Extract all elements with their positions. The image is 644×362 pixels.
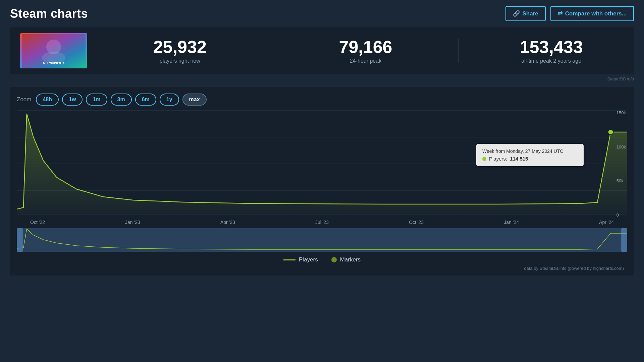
alltime-peak-value: 153,433 (479, 38, 624, 57)
players-now-label: players right now (107, 58, 253, 64)
alltime-peak-label: all-time peak 2 years ago (479, 58, 624, 64)
peak-24h-value: 79,166 (293, 38, 438, 57)
players-now-value: 25,932 (107, 38, 253, 57)
main-chart: 150k 100k 50k 0 Week from Monday, 27 May… (17, 110, 627, 218)
zoom-1w[interactable]: 1w (62, 94, 83, 106)
share-icon: 🔗 (513, 10, 520, 17)
legend-markers-dot (331, 257, 337, 262)
legend-markers: Markers (331, 256, 361, 263)
mini-chart-container[interactable]: Jan '23 Jul '23 Jan '24 (17, 228, 627, 252)
compare-label: Compare with others... (565, 10, 627, 17)
chart-section: Zoom 48h 1w 1m 3m 6m 1y max (10, 87, 634, 276)
top-bar: Steam charts 🔗 Share ⇄ Compare with othe… (0, 0, 644, 27)
svg-rect-13 (17, 228, 23, 252)
svg-rect-12 (17, 228, 627, 252)
legend-row: Players Markers (17, 256, 627, 263)
main-chart-wrapper: 150k 100k 50k 0 Week from Monday, 27 May… (17, 110, 627, 225)
legend-players: Players (283, 256, 318, 263)
x-axis-labels: Oct '22 Jan '23 Apr '23 Jul '23 Oct '23 … (17, 218, 627, 225)
stat-players-now: 25,932 players right now (107, 38, 253, 64)
stat-peak-24h: 79,166 24-hour peak (293, 38, 438, 64)
site-title: Steam charts (10, 7, 88, 21)
x-label-apr23: Apr '23 (220, 220, 235, 225)
peak-24h-label: 24-hour peak (293, 58, 438, 64)
data-credit: data by SteamDB.info (powered by highcha… (17, 263, 627, 272)
legend-players-label: Players (299, 256, 318, 263)
x-label-oct23: Oct '23 (409, 220, 424, 225)
compare-button[interactable]: ⇄ Compare with others... (550, 6, 634, 21)
stat-divider-1 (273, 39, 273, 63)
steamdb-credit: SteamDB.info (0, 74, 644, 81)
top-buttons: 🔗 Share ⇄ Compare with others... (505, 6, 634, 21)
game-thumbnail: MULTIVERSUS (20, 33, 87, 68)
compare-icon: ⇄ (558, 10, 562, 17)
svg-point-10 (608, 129, 613, 135)
stat-divider-2 (458, 39, 459, 63)
legend-players-line (283, 259, 296, 260)
zoom-max[interactable]: max (182, 94, 207, 106)
svg-rect-14 (621, 228, 627, 252)
zoom-6m[interactable]: 6m (135, 94, 156, 106)
zoom-label: Zoom (17, 96, 31, 103)
zoom-48h[interactable]: 48h (36, 94, 59, 106)
x-label-apr24: Apr '24 (599, 220, 614, 225)
zoom-1m[interactable]: 1m (86, 94, 107, 106)
svg-text:MULTIVERSUS: MULTIVERSUS (43, 62, 64, 65)
game-thumb-inner: MULTIVERSUS (20, 33, 87, 68)
stats-bar: MULTIVERSUS 25,932 players right now 79,… (10, 27, 634, 74)
x-label-jan23: Jan '23 (125, 220, 140, 225)
x-label-jul23: Jul '23 (315, 220, 329, 225)
share-button[interactable]: 🔗 Share (505, 6, 546, 21)
stat-alltime-peak: 153,433 all-time peak 2 years ago (479, 38, 624, 64)
zoom-1y[interactable]: 1y (160, 94, 179, 106)
chart-svg (17, 110, 627, 218)
zoom-3m[interactable]: 3m (111, 94, 132, 106)
x-label-oct22: Oct '22 (30, 220, 45, 225)
zoom-controls: Zoom 48h 1w 1m 3m 6m 1y max (17, 94, 627, 106)
legend-markers-label: Markers (340, 256, 361, 263)
share-label: Share (523, 10, 538, 17)
x-label-jan24: Jan '24 (504, 220, 519, 225)
mini-chart-svg (17, 228, 627, 252)
